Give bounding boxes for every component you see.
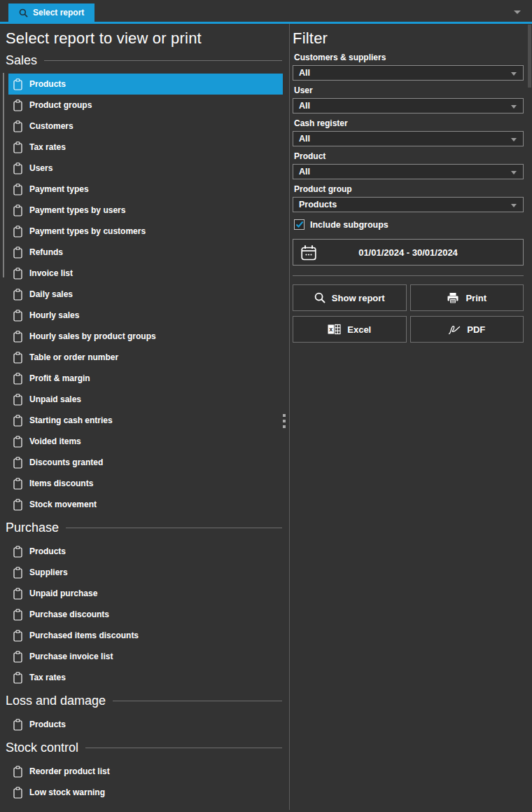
dropdown-user[interactable]: All [293, 98, 524, 113]
search-icon [19, 8, 28, 18]
report-list-item[interactable]: Stock movement [8, 494, 283, 515]
section-header: Loss and damage [6, 694, 284, 708]
report-item-label: Purchase discounts [29, 610, 109, 619]
report-list-item[interactable]: Payment types by customers [8, 221, 283, 242]
report-list-item[interactable]: Hourly sales [8, 305, 283, 326]
section-label: Purchase [6, 521, 59, 535]
clipboard-icon [13, 226, 22, 238]
report-list-item[interactable]: Unpaid sales [8, 389, 283, 410]
clipboard-icon [13, 78, 22, 90]
report-list-item[interactable]: Products [8, 541, 283, 562]
section-rule [113, 701, 282, 701]
excel-button[interactable]: x Excel [293, 316, 407, 343]
report-list-item[interactable]: Unpaid purchase [8, 583, 283, 604]
clipboard-icon [13, 247, 22, 259]
include-subgroups-checkbox[interactable] [294, 219, 304, 230]
dropdown-value: All [299, 134, 310, 144]
report-list-item[interactable]: Invoice list [8, 263, 283, 284]
clipboard-icon [13, 373, 22, 385]
excel-icon: x [328, 324, 341, 335]
show-report-button[interactable]: Show report [293, 284, 407, 311]
report-list-item[interactable]: Refunds [8, 242, 283, 263]
report-list-item[interactable]: Products [8, 74, 283, 95]
report-item-label: Hourly sales by product groups [29, 331, 156, 341]
clipboard-icon [13, 289, 22, 301]
report-list-item[interactable]: Payment types by users [8, 200, 283, 221]
report-list-item[interactable]: Users [8, 158, 283, 179]
report-list-item[interactable]: Hourly sales by product groups [8, 326, 283, 347]
report-item-label: Products [29, 720, 66, 729]
pdf-label: PDF [467, 324, 485, 335]
report-list-item[interactable]: Profit & margin [8, 368, 283, 389]
chevron-down-icon[interactable] [514, 11, 521, 14]
clipboard-icon [13, 142, 22, 153]
report-item-label: Products [29, 79, 66, 89]
dropdown-product-group[interactable]: Products [293, 197, 524, 212]
report-list-item[interactable]: Tax rates [8, 137, 283, 158]
report-item-label: Tax rates [29, 673, 66, 682]
clipboard-icon [13, 121, 22, 132]
report-item-label: Daily sales [29, 289, 73, 299]
report-list-item[interactable]: Tax rates [8, 667, 283, 688]
report-list-item[interactable]: Purchased items discounts [8, 625, 283, 646]
left-scrollbar-thumb[interactable] [3, 73, 4, 277]
report-list-item[interactable]: Daily sales [8, 284, 283, 305]
clipboard-icon [13, 331, 22, 343]
report-list-item[interactable]: Payment types [8, 179, 283, 200]
report-item-label: Purchased items discounts [29, 631, 139, 640]
dropdown-value: All [299, 101, 310, 111]
report-item-label: Low stock warning [29, 787, 105, 797]
main-content: Select report to view or print SalesProd… [0, 24, 532, 810]
report-list-item[interactable]: Products [8, 714, 283, 735]
report-item-label: Suppliers [29, 567, 68, 577]
report-item-label: Discounts granted [29, 457, 103, 467]
chevron-down-icon [511, 204, 517, 207]
report-item-label: Product groups [29, 100, 92, 110]
report-list-item[interactable]: Items discounts [8, 473, 283, 494]
clipboard-icon [13, 609, 22, 621]
report-list-item[interactable]: Product groups [8, 95, 283, 116]
section-header: Purchase [6, 521, 284, 535]
report-list-item[interactable]: Purchase invoice list [8, 646, 283, 667]
include-subgroups-row[interactable]: Include subgroups [294, 219, 524, 230]
report-item-label: Starting cash entries [29, 415, 113, 425]
clipboard-icon [13, 567, 22, 579]
report-list-item[interactable]: Discounts granted [8, 452, 283, 473]
report-item-label: Items discounts [29, 479, 93, 488]
clipboard-icon [13, 99, 22, 111]
report-list-item[interactable]: Table or order number [8, 347, 283, 368]
filter-field-label: Product [294, 151, 524, 161]
report-list-item[interactable]: Starting cash entries [8, 410, 283, 431]
dropdown-customers-suppliers[interactable]: All [293, 65, 524, 81]
report-list-item[interactable]: Voided items [8, 431, 283, 452]
splitter-grip[interactable] [283, 414, 287, 428]
clipboard-icon [13, 394, 22, 406]
dropdown-product[interactable]: All [293, 164, 524, 179]
report-item-label: Invoice list [29, 268, 73, 278]
dropdown-cash-register[interactable]: All [293, 131, 524, 146]
report-item-label: Voided items [29, 436, 81, 446]
report-item-label: Payment types by users [29, 205, 125, 215]
tab-select-report[interactable]: Select report [8, 4, 94, 22]
report-list-item[interactable]: Customers [8, 116, 283, 137]
date-range-button[interactable]: 01/01/2024 - 30/01/2024 [293, 239, 524, 266]
pdf-button[interactable]: PDF [410, 316, 524, 343]
clipboard-icon [13, 205, 22, 216]
report-list-item[interactable]: Suppliers [8, 562, 283, 583]
chevron-down-icon [511, 72, 517, 76]
filter-fields: Customers & suppliersAllUserAllCash regi… [293, 53, 524, 212]
right-scrollbar-thumb[interactable] [528, 25, 531, 88]
clipboard-icon [13, 478, 22, 490]
section-rule [66, 528, 282, 528]
report-list-item[interactable]: Reorder product list [8, 761, 283, 782]
filter-field-label: Customers & suppliers [294, 53, 524, 62]
print-button[interactable]: Print [410, 284, 524, 311]
report-item-label: Users [29, 163, 52, 173]
section-header: Sales [6, 53, 284, 68]
report-item-label: Reorder product list [29, 766, 110, 776]
report-item-label: Hourly sales [29, 310, 79, 320]
filter-field-label: Product group [294, 184, 524, 194]
report-list-item[interactable]: Purchase discounts [8, 604, 283, 625]
report-list-item[interactable]: Low stock warning [8, 782, 283, 803]
separator [293, 275, 524, 276]
